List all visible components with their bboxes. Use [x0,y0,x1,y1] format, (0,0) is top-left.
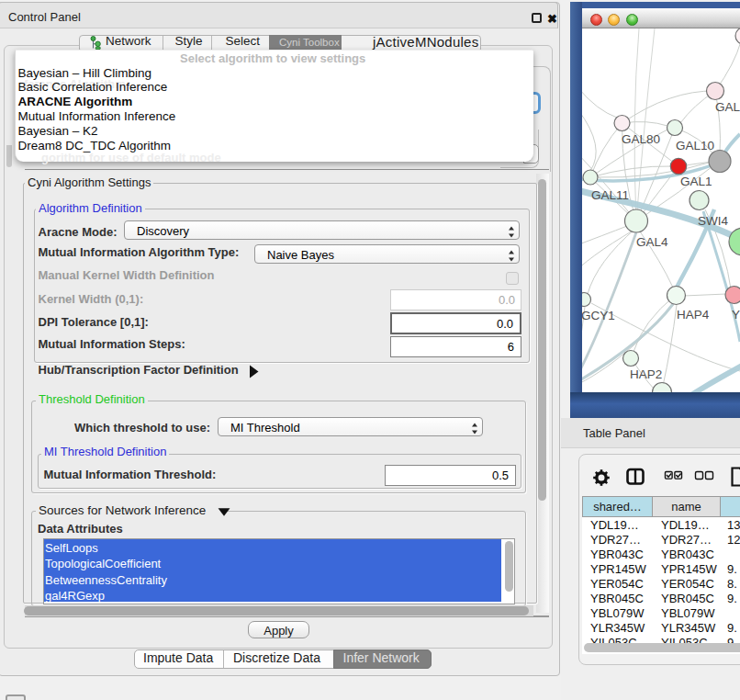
svg-text:GAL4: GAL4 [636,235,668,249]
svg-text:YJ: YJ [732,308,740,322]
svg-text:GAL1: GAL1 [680,175,712,188]
svg-text:GCY1: GCY1 [582,309,615,322]
svg-text:GAL10: GAL10 [676,139,714,152]
svg-text:SWI4: SWI4 [698,214,728,228]
svg-text:GAL11: GAL11 [591,188,629,202]
svg-text:HAP4: HAP4 [677,308,710,322]
svg-text:GAL7: GAL7 [715,100,740,114]
svg-text:HAP2: HAP2 [630,367,662,381]
svg-text:GAL80: GAL80 [622,132,660,146]
